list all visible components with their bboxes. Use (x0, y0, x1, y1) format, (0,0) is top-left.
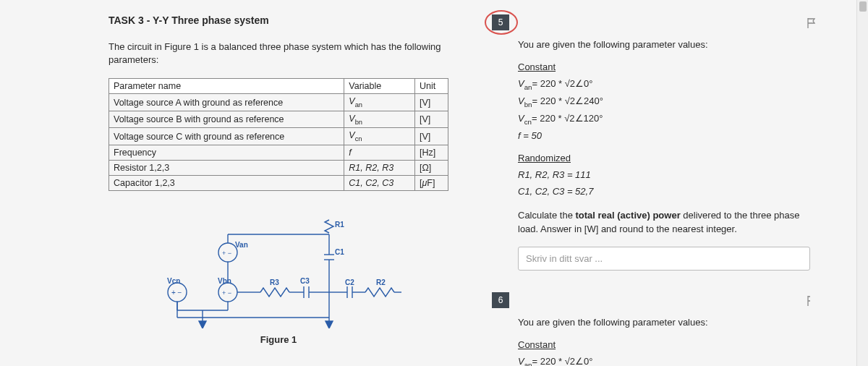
col-header: Parameter name (109, 79, 344, 94)
parameter-table: Parameter name Variable Unit Voltage sou… (109, 78, 448, 191)
question-intro: You are given the following parameter va… (518, 38, 810, 53)
svg-text:+ −: + − (222, 250, 231, 257)
label-van: Van (235, 241, 248, 249)
task-title: TASK 3 - Y-Y Three phase system (109, 14, 448, 26)
svg-text:+ −: + − (171, 289, 182, 297)
table-header-row: Parameter name Variable Unit (109, 79, 448, 94)
table-row: Voltage source A with ground as referenc… (109, 94, 448, 111)
flag-icon[interactable] (806, 295, 810, 309)
col-header: Variable (344, 79, 415, 94)
task-description-panel: TASK 3 - Y-Y Three phase system The circ… (109, 14, 448, 366)
svg-text:+ −: + − (222, 289, 231, 297)
question-text: Calculate the total real (active) power … (518, 209, 810, 237)
label-vbn: Vbn (218, 277, 231, 285)
label-r2: R2 (376, 278, 386, 286)
param-van: Van= 220 * √2∠0° (518, 354, 810, 366)
param-r: R1, R2, R3 = 111 (518, 168, 810, 183)
param-f: f = 50 (518, 129, 810, 144)
svg-marker-14 (199, 321, 206, 328)
label-r1: R1 (335, 221, 344, 229)
constant-heading: Constant (518, 338, 810, 353)
scrollbar-thumb[interactable] (859, 1, 867, 12)
circuit-diagram: + − + − + − (148, 205, 409, 328)
figure-caption: Figure 1 (109, 334, 448, 345)
label-c1: C1 (335, 248, 344, 256)
question-6: 6 You are given the following parameter … (492, 292, 810, 366)
question-5: 5 You are given the following parameter … (492, 14, 810, 271)
param-vbn: Vbn= 220 * √2∠240° (518, 94, 810, 110)
label-c3: C3 (300, 277, 310, 285)
table-row: Capacitor 1,2,3C1, C2, C3[μF] (109, 175, 448, 190)
table-row: Voltage source C with ground as referenc… (109, 128, 448, 145)
randomized-heading: Randomized (518, 151, 810, 166)
question-number-5[interactable]: 5 (492, 14, 509, 30)
svg-marker-36 (326, 321, 333, 328)
table-row: Frequencyf[Hz] (109, 145, 448, 160)
table-row: Resistor 1,2,3R1, R2, R3[Ω] (109, 160, 448, 175)
param-van: Van= 220 * √2∠0° (518, 77, 810, 93)
label-r3: R3 (270, 278, 279, 286)
circuit-figure: + − + − + − (109, 205, 448, 345)
label-c2: C2 (345, 278, 354, 286)
vertical-scrollbar[interactable] (856, 0, 868, 366)
flag-icon[interactable] (806, 17, 817, 31)
table-row: Voltage source B with ground as referenc… (109, 111, 448, 128)
label-vcn: Vcn (167, 277, 180, 285)
question-intro: You are given the following parameter va… (518, 315, 810, 331)
task-intro: The circuit in Figure 1 is a balanced th… (109, 41, 448, 67)
constant-heading: Constant (518, 60, 810, 75)
param-vcn: Vcn= 220 * √2∠120° (518, 111, 810, 127)
param-c: C1, C2, C3 = 52,7 (518, 184, 810, 200)
col-header: Unit (414, 79, 448, 94)
question-number-6[interactable]: 6 (492, 292, 509, 308)
answer-input[interactable] (518, 247, 810, 271)
